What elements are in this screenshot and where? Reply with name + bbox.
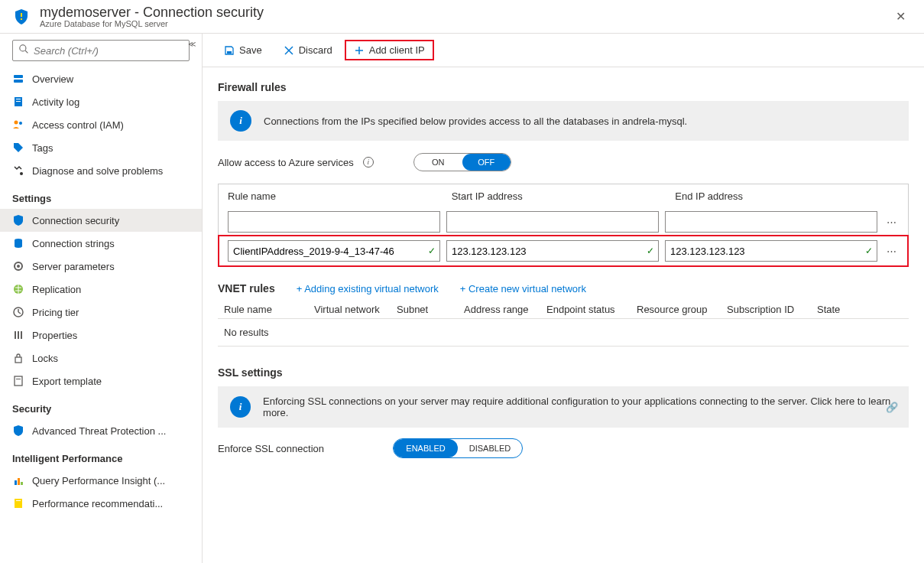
sidebar-item-server-parameters[interactable]: Server parameters bbox=[0, 255, 202, 278]
vc-vnet: Virtual network bbox=[314, 304, 391, 315]
sidebar-item-locks[interactable]: Locks bbox=[0, 347, 202, 369]
azure-services-toggle[interactable]: ON OFF bbox=[413, 153, 511, 171]
sidebar-item-connection-security[interactable]: Connection security bbox=[0, 209, 202, 232]
vc-sub: Subscription ID bbox=[727, 304, 811, 315]
start-ip-input[interactable] bbox=[446, 211, 659, 233]
lock-icon bbox=[12, 352, 24, 364]
col-start-ip: Start IP address bbox=[452, 190, 676, 202]
row-menu-button[interactable]: ⋯ bbox=[883, 216, 899, 228]
info-small-icon[interactable]: i bbox=[363, 157, 374, 168]
section-settings: Settings bbox=[0, 182, 202, 209]
pricing-icon bbox=[12, 306, 24, 318]
rule-name-input[interactable] bbox=[228, 211, 440, 233]
vc-rule-name: Rule name bbox=[224, 304, 308, 315]
ssl-enforce-row: Enforce SSL connection ENABLED DISABLED bbox=[218, 438, 909, 458]
svg-point-9 bbox=[20, 172, 23, 175]
create-new-vnet-link[interactable]: + Create new virtual network bbox=[460, 283, 586, 295]
end-ip-input[interactable] bbox=[665, 240, 877, 262]
shield-alt-icon bbox=[12, 425, 24, 437]
shield-small-icon bbox=[12, 214, 24, 226]
sidebar-item-connection-strings[interactable]: Connection strings bbox=[0, 232, 202, 255]
sidebar-item-properties[interactable]: Properties bbox=[0, 324, 202, 347]
vnet-columns: Rule name Virtual network Subnet Address… bbox=[218, 301, 909, 319]
save-icon bbox=[224, 45, 235, 56]
svg-rect-26 bbox=[15, 499, 22, 508]
vc-state: State bbox=[817, 304, 863, 315]
row-menu-button[interactable]: ⋯ bbox=[883, 246, 899, 257]
sidebar-item-export-template[interactable]: Export template bbox=[0, 369, 202, 392]
firewall-table: Rule name Start IP address End IP addres… bbox=[218, 184, 909, 267]
sidebar-item-query-perf[interactable]: Query Performance Insight (... bbox=[0, 469, 202, 492]
svg-line-1 bbox=[25, 50, 28, 53]
svg-rect-6 bbox=[16, 101, 21, 102]
svg-rect-22 bbox=[16, 379, 21, 379]
people-icon bbox=[12, 119, 24, 131]
page-title: mydemoserver - Connection security bbox=[40, 5, 264, 21]
section-performance: Intelligent Performance bbox=[0, 442, 202, 469]
sidebar-item-perf-reco[interactable]: Performance recommendati... bbox=[0, 492, 202, 515]
server-icon bbox=[12, 73, 24, 85]
discard-button[interactable]: Discard bbox=[274, 40, 342, 60]
svg-rect-18 bbox=[18, 331, 19, 339]
sidebar-item-overview[interactable]: Overview bbox=[0, 67, 202, 90]
add-existing-vnet-link[interactable]: + Adding existing virtual network bbox=[297, 283, 439, 295]
svg-rect-5 bbox=[16, 99, 21, 99]
add-client-ip-button[interactable]: Add client IP bbox=[345, 40, 434, 60]
search-icon bbox=[19, 44, 29, 57]
search-input[interactable] bbox=[34, 45, 183, 57]
svg-rect-24 bbox=[18, 478, 20, 485]
info-icon: i bbox=[230, 110, 251, 132]
vnet-no-results: No results bbox=[218, 319, 909, 347]
svg-rect-28 bbox=[227, 51, 232, 54]
sidebar-item-diagnose[interactable]: Diagnose and solve problems bbox=[0, 159, 202, 182]
toggle-on: ON bbox=[414, 154, 462, 171]
ssl-toggle[interactable]: ENABLED DISABLED bbox=[393, 438, 523, 458]
section-security: Security bbox=[0, 392, 202, 419]
sidebar-item-access-control[interactable]: Access control (IAM) bbox=[0, 113, 202, 136]
save-button[interactable]: Save bbox=[215, 40, 271, 60]
svg-rect-3 bbox=[14, 80, 23, 83]
col-rule-name: Rule name bbox=[228, 190, 452, 202]
ssl-enabled: ENABLED bbox=[394, 439, 458, 457]
sidebar-item-advanced-threat[interactable]: Advanced Threat Protection ... bbox=[0, 419, 202, 442]
firewall-title: Firewall rules bbox=[218, 81, 909, 93]
info-icon: i bbox=[230, 396, 251, 418]
properties-icon bbox=[12, 329, 24, 341]
template-icon bbox=[12, 375, 24, 387]
firewall-info-banner: i Connections from the IPs specified bel… bbox=[218, 101, 909, 141]
svg-rect-17 bbox=[15, 331, 16, 339]
globe-icon bbox=[12, 283, 24, 295]
chart-icon bbox=[12, 474, 24, 487]
sidebar-search[interactable] bbox=[12, 40, 190, 61]
svg-rect-2 bbox=[14, 75, 23, 78]
sidebar-item-pricing-tier[interactable]: Pricing tier bbox=[0, 301, 202, 324]
azure-services-row: Allow access to Azure services i ON OFF bbox=[218, 153, 909, 171]
vc-addr: Address range bbox=[464, 304, 540, 315]
vnet-header: VNET rules + Adding existing virtual net… bbox=[218, 282, 909, 295]
sidebar-item-tags[interactable]: Tags bbox=[0, 136, 202, 159]
external-link-icon[interactable]: 🔗 bbox=[886, 402, 898, 413]
rule-name-input[interactable] bbox=[228, 240, 440, 262]
db-icon bbox=[12, 237, 24, 249]
collapse-sidebar-button[interactable]: ≪ bbox=[188, 40, 196, 48]
svg-rect-23 bbox=[15, 480, 17, 485]
svg-point-8 bbox=[19, 122, 22, 125]
sidebar: ≪ Overview Activity log Access control (… bbox=[0, 34, 203, 563]
vc-rg: Resource group bbox=[637, 304, 721, 315]
shield-icon bbox=[12, 8, 31, 26]
vnet-title: VNET rules bbox=[218, 282, 275, 295]
toolbar: Save Discard Add client IP bbox=[203, 34, 924, 67]
sidebar-item-activity-log[interactable]: Activity log bbox=[0, 90, 202, 113]
col-end-ip: End IP address bbox=[675, 190, 899, 202]
start-ip-input[interactable] bbox=[446, 240, 659, 262]
firewall-header-row: Rule name Start IP address End IP addres… bbox=[219, 184, 908, 208]
end-ip-input[interactable] bbox=[665, 211, 877, 233]
firewall-row-client-ip: ✓ ✓ ✓ ⋯ bbox=[219, 236, 908, 266]
diagnose-icon bbox=[12, 164, 24, 177]
sidebar-item-replication[interactable]: Replication bbox=[0, 278, 202, 301]
vc-subnet: Subnet bbox=[397, 304, 458, 315]
close-button[interactable]: ✕ bbox=[890, 6, 912, 27]
firewall-row-empty: ⋯ bbox=[219, 208, 908, 236]
main-content: Save Discard Add client IP Firewall rule… bbox=[203, 34, 924, 563]
svg-point-0 bbox=[20, 45, 26, 51]
